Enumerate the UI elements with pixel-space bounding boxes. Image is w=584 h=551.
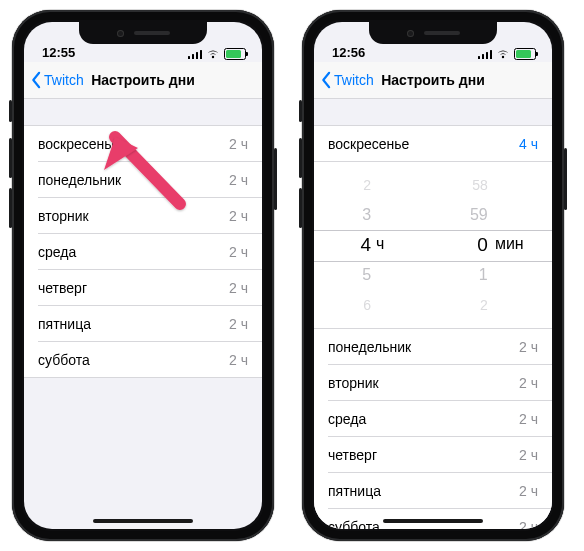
day-value: 2 ч bbox=[519, 447, 538, 463]
day-label: пятница bbox=[38, 316, 91, 332]
day-label: суббота bbox=[38, 352, 90, 368]
table-row[interactable]: воскресенье 4 ч bbox=[314, 126, 552, 162]
table-row[interactable]: пятница 2 ч bbox=[24, 306, 262, 342]
back-button[interactable]: Twitch bbox=[28, 71, 84, 89]
back-label: Twitch bbox=[334, 72, 374, 88]
table-row[interactable]: четверг 2 ч bbox=[314, 437, 552, 473]
minute-unit: мин bbox=[495, 235, 524, 253]
nav-bar: Twitch Настроить дни bbox=[314, 62, 552, 99]
side-button bbox=[564, 148, 567, 210]
table-row[interactable]: понедельник 2 ч bbox=[314, 329, 552, 365]
minute-wheel[interactable]: 57 58 59 0 1 2 3 мин bbox=[433, 162, 552, 328]
day-label: пятница bbox=[328, 483, 381, 499]
day-label: понедельник bbox=[38, 172, 121, 188]
day-label: суббота bbox=[328, 519, 380, 529]
day-value: 4 ч bbox=[519, 136, 538, 152]
chevron-left-icon bbox=[28, 71, 44, 89]
table-row[interactable]: вторник 2 ч bbox=[24, 198, 262, 234]
status-right bbox=[478, 48, 537, 60]
wifi-icon bbox=[496, 49, 510, 59]
table-row[interactable]: среда 2 ч bbox=[24, 234, 262, 270]
day-label: вторник bbox=[328, 375, 379, 391]
battery-icon bbox=[224, 48, 246, 60]
side-button bbox=[9, 138, 12, 178]
day-label: четверг bbox=[328, 447, 377, 463]
time-picker[interactable]: 1 2 3 4 5 6 7 ч 57 58 bbox=[314, 162, 552, 329]
nav-bar: Twitch Настроить дни bbox=[24, 62, 262, 99]
day-label: воскресенье bbox=[328, 136, 409, 152]
day-value: 2 ч bbox=[229, 244, 248, 260]
day-value: 2 ч bbox=[519, 411, 538, 427]
hour-wheel[interactable]: 1 2 3 4 5 6 7 ч bbox=[314, 162, 433, 328]
home-indicator[interactable] bbox=[383, 519, 483, 523]
day-value: 2 ч bbox=[229, 352, 248, 368]
day-value: 2 ч bbox=[519, 339, 538, 355]
status-time: 12:56 bbox=[332, 45, 365, 60]
side-button bbox=[299, 188, 302, 228]
battery-icon bbox=[514, 48, 536, 60]
table-row[interactable]: понедельник 2 ч bbox=[24, 162, 262, 198]
day-value: 2 ч bbox=[229, 280, 248, 296]
days-list-right-rest: понедельник 2 ч вторник 2 ч среда 2 ч че… bbox=[314, 329, 552, 529]
status-right bbox=[188, 48, 247, 60]
chevron-left-icon bbox=[318, 71, 334, 89]
day-label: воскресенье bbox=[38, 136, 119, 152]
back-label: Twitch bbox=[44, 72, 84, 88]
side-button bbox=[9, 188, 12, 228]
day-value: 2 ч bbox=[519, 375, 538, 391]
day-label: вторник bbox=[38, 208, 89, 224]
side-button bbox=[299, 138, 302, 178]
status-time: 12:55 bbox=[42, 45, 75, 60]
days-list-left: воскресенье 2 ч понедельник 2 ч вторник … bbox=[24, 125, 262, 378]
day-label: понедельник bbox=[328, 339, 411, 355]
side-button bbox=[9, 100, 12, 122]
table-row[interactable]: четверг 2 ч bbox=[24, 270, 262, 306]
side-button bbox=[274, 148, 277, 210]
day-value: 2 ч bbox=[229, 208, 248, 224]
days-list-right-head: воскресенье 4 ч bbox=[314, 125, 552, 162]
signal-bars-icon bbox=[478, 49, 493, 59]
table-row[interactable]: пятница 2 ч bbox=[314, 473, 552, 509]
day-label: среда bbox=[328, 411, 366, 427]
phone-left: 12:55 Twitch Настроить дни вос bbox=[12, 10, 274, 541]
table-row[interactable]: воскресенье 2 ч bbox=[24, 126, 262, 162]
hour-unit: ч bbox=[376, 235, 384, 253]
day-value: 2 ч bbox=[519, 483, 538, 499]
phone-right: 12:56 Twitch Настроить дни вос bbox=[302, 10, 564, 541]
signal-bars-icon bbox=[188, 49, 203, 59]
day-label: среда bbox=[38, 244, 76, 260]
day-label: четверг bbox=[38, 280, 87, 296]
back-button[interactable]: Twitch bbox=[318, 71, 374, 89]
table-row[interactable]: суббота 2 ч bbox=[24, 342, 262, 378]
day-value: 2 ч bbox=[519, 519, 538, 529]
table-row[interactable]: среда 2 ч bbox=[314, 401, 552, 437]
side-button bbox=[299, 100, 302, 122]
day-value: 2 ч bbox=[229, 172, 248, 188]
day-value: 2 ч bbox=[229, 316, 248, 332]
table-row[interactable]: вторник 2 ч bbox=[314, 365, 552, 401]
home-indicator[interactable] bbox=[93, 519, 193, 523]
wifi-icon bbox=[206, 49, 220, 59]
day-value: 2 ч bbox=[229, 136, 248, 152]
